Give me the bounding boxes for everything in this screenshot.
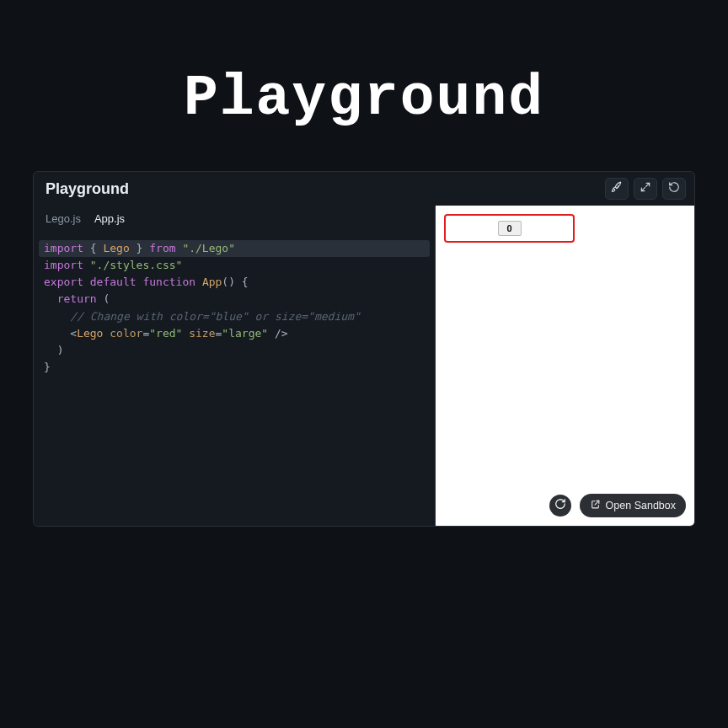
code-line: }: [44, 359, 425, 376]
code-line: <Lego color="red" size="large" />: [44, 325, 425, 342]
counter-button[interactable]: 0: [498, 221, 522, 236]
preview-highlight-box: 0: [444, 214, 575, 243]
code-line: import "./styles.css": [44, 257, 425, 274]
preview-pane: 0 Open Sandbox: [435, 206, 694, 526]
refresh-icon: [668, 181, 680, 196]
tab-app-js[interactable]: App.js: [94, 212, 125, 225]
code-editor: Lego.js App.js import { Lego } from "./L…: [34, 206, 435, 526]
playground-panel: Playground Lego.js App.js: [33, 171, 695, 527]
panel-title: Playground: [46, 180, 129, 198]
open-sandbox-button[interactable]: Open Sandbox: [580, 494, 686, 517]
rocket-button[interactable]: [605, 178, 629, 200]
external-link-icon: [590, 499, 601, 512]
tab-lego-js[interactable]: Lego.js: [46, 212, 81, 225]
panel-header: Playground: [34, 172, 694, 206]
page-title: Playground: [0, 66, 728, 131]
panel-actions: [605, 178, 686, 200]
editor-tabs: Lego.js App.js: [34, 206, 435, 232]
reload-preview-button[interactable]: [549, 495, 571, 517]
expand-icon: [640, 181, 651, 196]
expand-button[interactable]: [634, 178, 657, 200]
reload-icon: [554, 498, 566, 513]
code-area[interactable]: import { Lego } from "./Lego" import "./…: [34, 232, 435, 388]
code-line: return (: [44, 291, 425, 308]
open-sandbox-label: Open Sandbox: [606, 500, 676, 511]
code-line: // Change with color="blue" or size="med…: [44, 308, 425, 325]
panel-body: Lego.js App.js import { Lego } from "./L…: [34, 206, 694, 526]
rocket-icon: [611, 181, 623, 196]
code-line: ): [44, 342, 425, 359]
reset-button[interactable]: [662, 178, 686, 200]
code-line: export default function App() {: [44, 274, 425, 291]
code-line: import { Lego } from "./Lego": [39, 240, 430, 257]
preview-footer: Open Sandbox: [549, 494, 686, 517]
